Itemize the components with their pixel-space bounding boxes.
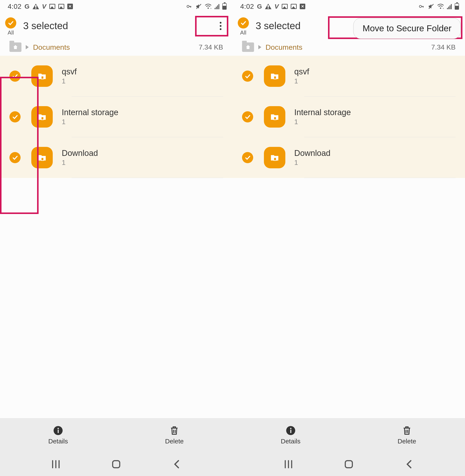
select-all-label: All [8, 29, 14, 36]
file-row[interactable]: Internal storage 1 [232, 96, 465, 137]
v-icon: V [275, 3, 279, 10]
x-badge-icon: ✕ [300, 4, 305, 9]
file-row[interactable]: Download 1 [0, 137, 232, 178]
picture-icon [291, 4, 297, 9]
svg-rect-17 [423, 6, 423, 8]
svg-rect-6 [41, 76, 44, 79]
signal-icon [447, 4, 452, 9]
svg-rect-28 [290, 430, 291, 433]
chevron-right-icon [258, 45, 261, 49]
file-name: qsvf [294, 67, 456, 76]
back-button[interactable] [169, 459, 184, 470]
file-list[interactable]: qsvf 1 Internal storage 1 [232, 56, 465, 418]
home-folder-icon[interactable] [242, 42, 254, 52]
back-icon [173, 459, 180, 469]
wifi-icon: + [437, 4, 444, 9]
file-count: 1 [62, 159, 223, 167]
details-button[interactable]: Details [232, 418, 349, 452]
folder-icon [31, 147, 53, 168]
navigation-bar [232, 452, 465, 476]
file-count: 1 [294, 159, 456, 167]
folder-icon [264, 106, 285, 127]
selection-count: 3 selected [256, 20, 301, 32]
recents-button[interactable] [281, 459, 296, 470]
check-circle-icon [242, 152, 253, 163]
folder-icon [264, 147, 285, 168]
svg-rect-25 [274, 158, 276, 160]
check-circle-icon [10, 111, 21, 122]
row-checkbox[interactable] [242, 111, 253, 122]
vpn-key-icon [418, 4, 425, 9]
row-checkbox[interactable] [10, 152, 21, 163]
breadcrumb-current[interactable]: Documents [266, 43, 303, 52]
back-icon [405, 459, 413, 469]
row-checkbox[interactable] [242, 152, 253, 163]
folder-icon [264, 65, 285, 87]
row-checkbox[interactable] [10, 71, 21, 82]
warning-icon [32, 4, 39, 9]
status-bar: 4:02 G V ✕ + [232, 0, 465, 13]
picture-icon [49, 4, 55, 9]
file-row[interactable]: Download 1 [232, 137, 465, 178]
home-folder-icon[interactable] [10, 42, 21, 52]
svg-rect-2 [190, 6, 191, 8]
select-all-button[interactable]: All [238, 17, 249, 36]
picture-icon [58, 4, 64, 9]
breadcrumb-bar: Documents 7.34 KB [232, 39, 465, 56]
status-time: 4:02 [8, 3, 21, 11]
home-button[interactable] [109, 459, 124, 470]
svg-point-15 [419, 5, 422, 8]
file-name: qsvf [62, 67, 223, 76]
file-count: 1 [294, 77, 456, 85]
row-checkbox[interactable] [10, 111, 21, 122]
selection-header: All 3 selected [0, 13, 232, 39]
details-button[interactable]: Details [0, 418, 116, 452]
mute-icon [428, 3, 434, 10]
selection-count: 3 selected [23, 20, 68, 32]
svg-rect-13 [58, 430, 59, 433]
x-badge-icon: ✕ [67, 4, 73, 9]
file-row[interactable]: Internal storage 1 [0, 96, 232, 137]
breadcrumb-bar: Documents 7.34 KB [0, 39, 232, 56]
select-all-label: All [240, 29, 246, 36]
svg-rect-10 [41, 158, 44, 160]
v-icon: V [42, 3, 46, 10]
warning-icon [265, 4, 271, 9]
chevron-right-icon [26, 45, 29, 49]
navigation-bar [0, 452, 232, 476]
file-name: Internal storage [62, 108, 223, 117]
recents-icon [285, 460, 292, 468]
screenshot-left: 4:02 G V ✕ + [0, 0, 232, 476]
picture-icon [282, 4, 288, 9]
delete-button[interactable]: Delete [116, 418, 232, 452]
recents-icon [52, 460, 60, 468]
svg-point-19 [440, 8, 441, 9]
check-circle-icon [242, 71, 253, 82]
svg-point-4 [208, 8, 209, 9]
svg-point-14 [57, 428, 59, 429]
back-button[interactable] [402, 459, 417, 470]
file-list[interactable]: qsvf 1 Internal storage 1 [0, 56, 232, 418]
recents-button[interactable] [48, 459, 63, 470]
select-all-button[interactable]: All [5, 17, 16, 36]
file-count: 1 [62, 77, 223, 85]
overflow-menu-button[interactable] [216, 21, 225, 31]
breadcrumb-current[interactable]: Documents [33, 43, 70, 52]
folder-icon [31, 106, 53, 127]
mute-icon [196, 3, 202, 10]
overflow-menu-popup: Move to Secure Folder [353, 18, 461, 39]
menu-item-move-secure[interactable]: Move to Secure Folder [362, 23, 452, 33]
status-bar: 4:02 G V ✕ + [0, 0, 232, 13]
file-row[interactable]: qsvf 1 [0, 56, 232, 96]
status-time: 4:02 [240, 3, 254, 11]
svg-point-29 [290, 428, 291, 429]
check-circle-icon [238, 17, 249, 29]
row-checkbox[interactable] [242, 71, 253, 82]
file-count: 1 [294, 118, 456, 126]
home-button[interactable] [341, 459, 356, 470]
svg-text:+: + [210, 7, 211, 9]
delete-button[interactable]: Delete [349, 418, 465, 452]
action-bar: Details Delete [0, 418, 232, 452]
action-bar: Details Delete [232, 418, 465, 452]
file-row[interactable]: qsvf 1 [232, 56, 465, 96]
